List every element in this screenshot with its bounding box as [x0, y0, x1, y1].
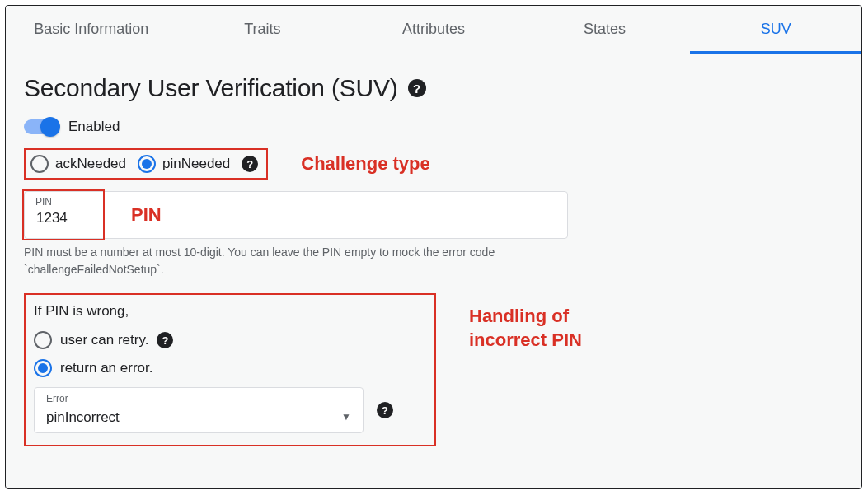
radio-label: return an error.: [60, 360, 152, 376]
error-select[interactable]: Error pinIncorrect ▼: [34, 387, 364, 433]
toggle-label: Enabled: [68, 119, 120, 135]
annotation-line: incorrect PIN: [469, 329, 582, 353]
help-icon[interactable]: ?: [408, 79, 426, 97]
tab-basic-information[interactable]: Basic Information: [6, 6, 177, 54]
error-select-value: pinIncorrect: [46, 409, 120, 426]
page-title: Secondary User Verification (SUV): [24, 74, 398, 102]
annotation-line: Handling of: [469, 305, 582, 329]
tab-attributes[interactable]: Attributes: [348, 6, 519, 54]
annotation-challenge-type: Challenge type: [301, 153, 429, 175]
help-icon[interactable]: ?: [377, 402, 393, 418]
radio-user-can-retry[interactable]: user can retry. ?: [34, 331, 423, 349]
tab-traits[interactable]: Traits: [177, 6, 349, 54]
radio-label: pinNeeded: [162, 156, 230, 172]
wrong-pin-heading: If PIN is wrong,: [34, 303, 423, 320]
radio-label: ackNeeded: [55, 156, 126, 172]
radio-icon: [138, 155, 156, 173]
radio-icon: [34, 331, 52, 349]
annotation-incorrect-pin: Handling of incorrect PIN: [469, 305, 582, 352]
help-icon[interactable]: ?: [242, 156, 258, 172]
pin-field-value: 1234: [36, 210, 68, 226]
radio-icon: [34, 359, 52, 377]
tab-states[interactable]: States: [519, 6, 691, 54]
challenge-type-group: ackNeeded pinNeeded ?: [24, 148, 268, 180]
radio-label: user can retry.: [60, 332, 148, 348]
radio-ack-needed[interactable]: ackNeeded: [30, 155, 126, 173]
radio-return-error[interactable]: return an error.: [34, 359, 423, 377]
help-icon[interactable]: ?: [157, 332, 173, 348]
enabled-toggle[interactable]: [24, 119, 59, 134]
error-select-label: Error: [46, 393, 68, 404]
radio-icon: [30, 155, 49, 173]
wrong-pin-section: If PIN is wrong, user can retry. ? retur…: [24, 293, 436, 446]
chevron-down-icon: ▼: [341, 411, 351, 423]
tabs: Basic Information Traits Attributes Stat…: [6, 6, 861, 54]
pin-input[interactable]: PIN 1234: [24, 191, 568, 239]
tab-suv[interactable]: SUV: [690, 6, 861, 54]
pin-hint-text: PIN must be a number at most 10-digit. Y…: [24, 244, 568, 278]
pin-field-label: PIN: [35, 196, 52, 208]
radio-pin-needed[interactable]: pinNeeded: [138, 155, 230, 173]
annotation-pin: PIN: [131, 204, 162, 226]
